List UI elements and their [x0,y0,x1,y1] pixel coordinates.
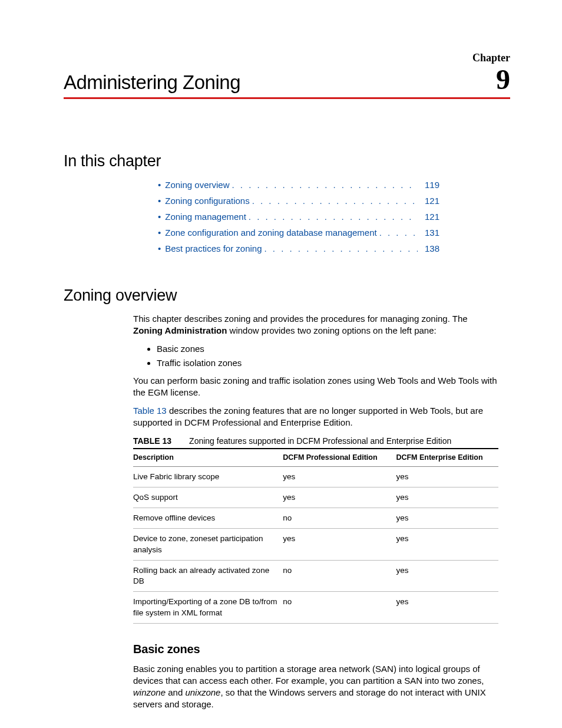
overview-bullets: Basic zones Traffic isolation zones [133,343,498,370]
cell: yes [396,487,498,508]
cell: Live Fabric library scope [133,466,283,487]
toc-dots: . . . . . . . . . . . . . . . . . . . . … [265,242,418,255]
overview-paragraph-1: This chapter describes zoning and provid… [133,313,498,337]
overview-paragraph-3: Table 13 describes the zoning features t… [133,405,498,429]
toc-label: Zoning configurations [165,195,249,207]
text: Basic zoning enables you to partition a … [133,664,484,686]
text: window provides two zoning options on th… [227,325,436,335]
table-row: Importing/Exporting of a zone DB to/from… [133,592,498,623]
table-caption: TABLE 13Zoning features supported in DCF… [133,436,498,447]
text-bold: Zoning Administration [133,325,227,335]
toc-list: • Zoning overview . . . . . . . . . . . … [158,179,439,255]
chapter-title-row: Administering Zoning 9 [64,65,510,99]
cell: yes [396,466,498,487]
toc-item[interactable]: • Zoning configurations . . . . . . . . … [158,195,439,207]
basic-zones-paragraph: Basic zoning enables you to partition a … [133,663,498,711]
cell: Remove offline devices [133,508,283,529]
cell: Device to zone, zoneset participation an… [133,529,283,560]
cell: yes [283,466,396,487]
bullet-icon: • [158,210,161,223]
cell: Importing/Exporting of a zone DB to/from… [133,592,283,623]
features-table: Description DCFM Professional Edition DC… [133,448,498,624]
cell: yes [396,529,498,560]
cell: no [283,508,396,529]
cell: Rolling back an already activated zone D… [133,560,283,591]
toc-label: Zone configuration and zoning database m… [165,226,376,239]
cell: yes [396,560,498,591]
table-row: QoS support yes yes [133,487,498,508]
toc-item[interactable]: • Zoning overview . . . . . . . . . . . … [158,179,439,191]
heading-basic-zones: Basic zones [133,641,498,657]
col-header: DCFM Professional Edition [283,449,396,466]
heading-zoning-overview: Zoning overview [64,286,510,305]
toc-label: Zoning management [165,210,246,223]
term-italic: winzone [133,687,166,697]
toc-dots: . . . . . . . . . . . . . . . . . . . . … [252,195,418,207]
bullet-icon: • [158,226,161,239]
cell: yes [396,508,498,529]
term-italic: unixzone [185,687,220,697]
table-row: Live Fabric library scope yes yes [133,466,498,487]
table-row: Remove offline devices no yes [133,508,498,529]
chapter-number: 9 [496,65,510,94]
list-item: Basic zones [157,343,498,355]
bullet-icon: • [158,242,161,255]
table-row: Device to zone, zoneset participation an… [133,529,498,560]
toc-page: 121 [425,195,439,207]
cell: QoS support [133,487,283,508]
cell: no [283,560,396,591]
chapter-title: Administering Zoning [64,71,240,94]
toc-page: 131 [425,226,439,239]
text: This chapter describes zoning and provid… [133,314,468,324]
cell: yes [283,487,396,508]
toc-dots: . . . . . . . . . . . . . . . . . . . . … [249,210,418,223]
bullet-icon: • [158,179,161,191]
toc-page: 121 [425,210,439,223]
toc-item[interactable]: • Zone configuration and zoning database… [158,226,439,239]
cell: yes [396,592,498,623]
col-header: DCFM Enterprise Edition [396,449,498,466]
list-item: Traffic isolation zones [157,357,498,369]
overview-paragraph-2: You can perform basic zoning and traffic… [133,375,498,399]
toc-page: 138 [425,242,439,255]
table-ref-link[interactable]: Table 13 [133,406,167,416]
toc-item[interactable]: • Best practices for zoning . . . . . . … [158,242,439,255]
heading-in-this-chapter: In this chapter [64,152,510,170]
text: describes the zoning features that are n… [133,406,483,427]
toc-item[interactable]: • Zoning management . . . . . . . . . . … [158,210,439,223]
table-header-row: Description DCFM Professional Edition DC… [133,449,498,466]
table-caption-label: TABLE 13 [133,436,171,446]
text: and [166,687,185,697]
table-caption-text: Zoning features supported in DCFM Profes… [189,436,451,446]
col-header: Description [133,449,283,466]
table-row: Rolling back an already activated zone D… [133,560,498,591]
cell: no [283,592,396,623]
toc-dots: . . . . . . . . . . . . . . . . . . . . … [232,179,417,191]
toc-label: Zoning overview [165,179,229,191]
cell: yes [283,529,396,560]
toc-label: Best practices for zoning [165,242,262,255]
toc-page: 119 [425,179,439,191]
toc-dots: . . . . . . . . . . . . . . [379,226,418,239]
chapter-label: Chapter [64,52,510,64]
bullet-icon: • [158,195,161,207]
